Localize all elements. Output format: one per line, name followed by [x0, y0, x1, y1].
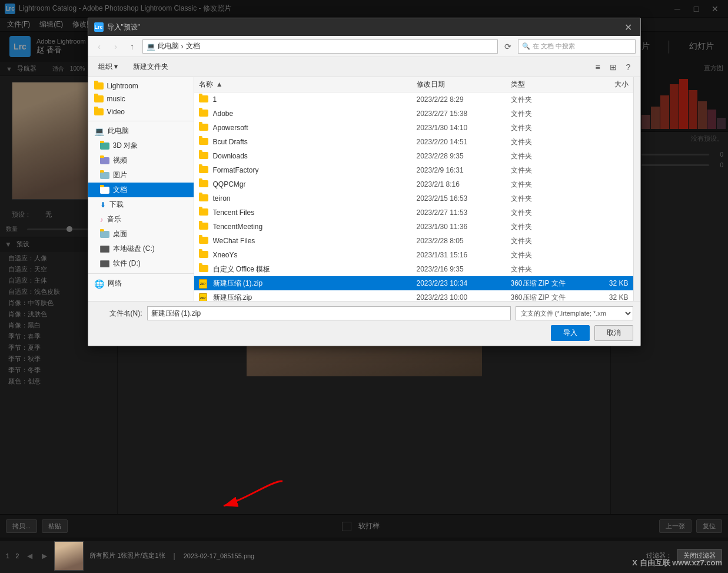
view-buttons: ≡ ⊞ ? — [591, 60, 636, 74]
folder-icon — [94, 108, 104, 115]
file-row[interactable]: 12023/2/22 8:29文件夹 — [194, 92, 633, 107]
file-row-type: 文件夹 — [511, 250, 581, 260]
left-item-video[interactable]: Video — [88, 105, 194, 118]
network-icon: 🌐 — [94, 279, 104, 289]
folder-icon — [100, 157, 109, 164]
search-box[interactable]: 🔍 在 文档 中搜索 — [518, 39, 636, 54]
dialog-toolbar: 组织 ▾ 新建文件夹 ≡ ⊞ ? — [88, 57, 640, 77]
file-row[interactable]: Downloads2023/2/28 9:35文件夹 — [194, 149, 633, 163]
left-item-diskd[interactable]: 软件 (D:) — [88, 256, 194, 271]
dialog-bottom: 文件名(N): 文支的文件 (*.lrtemplate; *.xm 导入 取消 — [88, 301, 640, 346]
file-row[interactable]: 自定义 Office 模板2023/2/16 9:35文件夹 — [194, 262, 633, 276]
file-row-type: 文件夹 — [511, 264, 581, 274]
folder-icon-sm — [199, 138, 208, 145]
left-item-diskc[interactable]: 本地磁盘 (C:) — [88, 241, 194, 256]
folder-icon-sm — [199, 208, 208, 216]
folder-icon-sm — [199, 251, 208, 258]
file-row[interactable]: ZIP新建压缩 (1).zip2023/2/23 10:34360压缩 ZIP … — [194, 276, 633, 290]
forward-button[interactable]: › — [109, 40, 122, 53]
file-row-name: 新建压缩.zip — [213, 293, 417, 302]
file-row[interactable]: Bcut Drafts2023/2/20 14:51文件夹 — [194, 135, 633, 149]
dialog-action-row: 导入 取消 — [95, 325, 633, 341]
file-row-date: 2023/2/22 8:29 — [417, 95, 511, 104]
refresh-button[interactable]: ⟳ — [501, 40, 514, 53]
back-button[interactable]: ‹ — [93, 40, 106, 53]
file-row[interactable]: QQPCMgr2023/2/1 8:16文件夹 — [194, 177, 633, 191]
left-item-music2[interactable]: ♪ 音乐 — [88, 212, 194, 227]
file-icon — [199, 152, 210, 160]
zip-icon: ZIP — [199, 279, 207, 289]
file-row[interactable]: teiron2023/2/15 16:53文件夹 — [194, 191, 633, 206]
file-icon — [199, 138, 210, 146]
file-row-size: 32 KB — [581, 293, 629, 301]
help-view-button[interactable]: ? — [621, 60, 636, 74]
search-placeholder: 在 文档 中搜索 — [533, 42, 575, 51]
file-icon — [199, 166, 210, 174]
file-icon — [199, 124, 210, 132]
left-item-3d[interactable]: 3D 对象 — [88, 138, 194, 153]
file-row-name: QQPCMgr — [213, 180, 417, 188]
organize-button[interactable]: 组织 ▾ — [93, 59, 123, 74]
arrow-annotation — [188, 475, 306, 511]
file-row-size: 32 KB — [581, 279, 629, 287]
file-row-type: 文件夹 — [511, 165, 581, 175]
up-button[interactable]: ↑ — [126, 40, 139, 53]
folder-icon — [94, 95, 104, 102]
left-item-label-diskc: 本地磁盘 (C:) — [113, 244, 155, 254]
import-button[interactable]: 导入 — [551, 325, 590, 341]
file-row-type: 360压缩 ZIP 文件 — [511, 279, 581, 289]
file-row-type: 文件夹 — [511, 208, 581, 218]
folder-icon-sm — [199, 237, 208, 244]
left-item-lightroom[interactable]: Lightroom — [88, 80, 194, 92]
scrollbar[interactable] — [633, 77, 640, 301]
left-item-music[interactable]: music — [88, 92, 194, 105]
file-row[interactable]: Tencent Files2023/2/27 11:53文件夹 — [194, 206, 633, 220]
col-name[interactable]: 名称 ▲ — [199, 80, 417, 90]
filetype-select[interactable]: 文支的文件 (*.lrtemplate; *.xm — [516, 306, 633, 320]
left-item-pc[interactable]: 💻 此电脑 — [88, 124, 194, 138]
zip-icon: ZIP — [199, 293, 207, 301]
file-row[interactable]: WeChat Files2023/2/28 8:05文件夹 — [194, 234, 633, 248]
new-folder-button[interactable]: 新建文件夹 — [128, 59, 174, 74]
file-icon — [199, 237, 210, 245]
file-row[interactable]: TencentMeeting2023/1/30 11:36文件夹 — [194, 220, 633, 234]
folder-icon-sm — [199, 223, 208, 230]
left-item-pictures[interactable]: 图片 — [88, 168, 194, 183]
left-item-videos[interactable]: 视频 — [88, 153, 194, 168]
filename-input[interactable] — [147, 306, 511, 320]
list-view-button[interactable]: ≡ — [591, 60, 605, 74]
file-row[interactable]: Adobe2023/2/27 15:38文件夹 — [194, 107, 633, 121]
left-item-network[interactable]: 🌐 网络 — [88, 276, 194, 291]
left-item-label-network: 网络 — [108, 279, 122, 289]
file-row-type: 文件夹 — [511, 151, 581, 161]
page-num-2[interactable]: 2 — [15, 552, 19, 559]
left-item-label-video: Video — [107, 108, 125, 116]
file-row[interactable]: XneoYs2023/1/31 15:16文件夹 — [194, 248, 633, 262]
file-row[interactable]: Apowersoft2023/1/30 14:10文件夹 — [194, 121, 633, 135]
file-row[interactable]: FormatFactory2023/2/9 16:31文件夹 — [194, 163, 633, 177]
dialog-title-left: Lrc 导入"预设" — [94, 22, 141, 32]
left-item-documents[interactable]: 文档 — [88, 183, 194, 197]
disk-icon-c — [100, 246, 109, 253]
grid-view-button[interactable]: ⊞ — [606, 60, 620, 74]
dialog-close-button[interactable]: ✕ — [623, 21, 634, 33]
page-num-1[interactable]: 1 — [6, 552, 9, 559]
folder-icon — [100, 231, 109, 238]
dialog-overlay: Lrc 导入"预设" ✕ ‹ › ↑ 💻 此电脑 › 文档 ⟳ 🔍 在 文档 中… — [0, 0, 728, 541]
file-row-type: 文件夹 — [511, 123, 581, 133]
left-item-desktop[interactable]: 桌面 — [88, 227, 194, 241]
col-type[interactable]: 类型 — [511, 80, 581, 90]
address-breadcrumb[interactable]: 💻 此电脑 › 文档 — [142, 39, 498, 54]
file-row[interactable]: ZIP新建压缩.zip2023/2/23 10:00360压缩 ZIP 文件32… — [194, 290, 633, 301]
col-date[interactable]: 修改日期 — [417, 80, 511, 90]
left-item-downloads[interactable]: ⬇ 下载 — [88, 197, 194, 212]
cancel-button[interactable]: 取消 — [594, 325, 633, 341]
file-icon: ZIP — [199, 279, 210, 287]
download-icon: ⬇ — [100, 201, 106, 209]
left-item-label-pictures: 图片 — [113, 170, 127, 180]
status-filename: 2023-02-17_085155.png — [184, 552, 255, 559]
file-icon — [199, 194, 210, 203]
col-size[interactable]: 大小 — [581, 80, 629, 90]
file-icon — [199, 208, 210, 217]
file-row-name: Apowersoft — [213, 124, 417, 132]
